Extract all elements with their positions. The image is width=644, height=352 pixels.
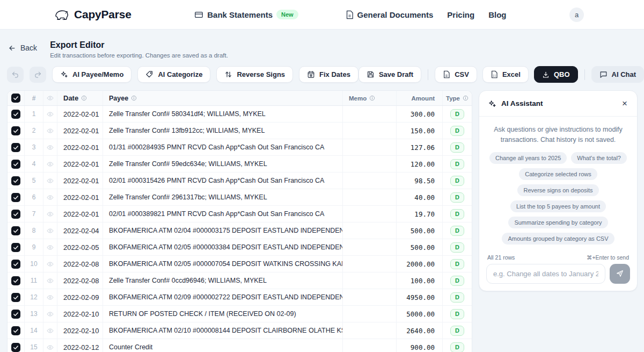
- suggestion-chip[interactable]: Categorize selected rows: [519, 168, 597, 180]
- amount-cell[interactable]: 500.00: [397, 239, 443, 255]
- amount-cell[interactable]: 500.00: [397, 222, 443, 239]
- row-checkbox[interactable]: [11, 276, 20, 285]
- suggestion-chip[interactable]: Reverse signs on deposits: [517, 184, 598, 196]
- type-badge[interactable]: D: [450, 309, 464, 319]
- amount-cell[interactable]: 4950.00: [397, 289, 443, 305]
- payee-cell[interactable]: Zelle Transfer Conf# 0ccd96946; WILLIAMS…: [103, 272, 343, 289]
- date-cell[interactable]: 2022-02-01: [57, 123, 103, 139]
- back-button[interactable]: Back: [7, 41, 38, 54]
- memo-cell[interactable]: [343, 289, 397, 305]
- col-header-payee[interactable]: Payee: [103, 91, 343, 105]
- eye-icon[interactable]: [47, 111, 54, 118]
- date-cell[interactable]: 2022-02-01: [57, 173, 103, 189]
- redo-button[interactable]: [30, 67, 46, 83]
- type-badge[interactable]: D: [450, 259, 464, 269]
- eye-icon[interactable]: [47, 344, 54, 351]
- date-cell[interactable]: 2022-02-08: [57, 256, 103, 272]
- amount-cell[interactable]: 300.00: [397, 106, 443, 122]
- row-checkbox[interactable]: [11, 193, 20, 202]
- suggestion-chip[interactable]: Change all years to 2025: [489, 152, 567, 164]
- ai-categorize-button[interactable]: AI Categorize: [137, 66, 210, 83]
- type-badge[interactable]: D: [450, 159, 464, 169]
- type-badge[interactable]: D: [450, 142, 464, 153]
- col-header-amount[interactable]: Amount: [397, 91, 443, 105]
- row-checkbox[interactable]: [11, 293, 20, 302]
- date-cell[interactable]: 2022-02-01: [57, 139, 103, 155]
- payee-cell[interactable]: BKOFAMERICA ATM 02/04 #000003175 DEPOSIT…: [103, 222, 343, 239]
- amount-cell[interactable]: 900.00: [397, 339, 443, 352]
- amount-cell[interactable]: 150.00: [397, 123, 443, 139]
- nav-item-pricing[interactable]: Pricing: [447, 10, 474, 19]
- nav-item-general-documents[interactable]: General Documents: [346, 10, 434, 19]
- row-checkbox[interactable]: [11, 326, 20, 335]
- eye-icon[interactable]: [47, 144, 54, 151]
- type-badge[interactable]: D: [450, 292, 464, 303]
- chat-input[interactable]: [486, 264, 605, 284]
- type-badge[interactable]: D: [450, 109, 464, 119]
- memo-cell[interactable]: [343, 306, 397, 322]
- type-badge[interactable]: D: [450, 226, 464, 236]
- save-draft-button[interactable]: Save Draft: [358, 66, 421, 83]
- type-badge[interactable]: D: [450, 176, 464, 186]
- row-checkbox[interactable]: [11, 160, 20, 169]
- memo-cell[interactable]: [343, 322, 397, 339]
- nav-item-blog[interactable]: Blog: [488, 10, 506, 19]
- date-cell[interactable]: 2022-02-10: [57, 306, 103, 322]
- memo-cell[interactable]: [343, 139, 397, 155]
- date-cell[interactable]: 2022-02-05: [57, 239, 103, 255]
- col-header-type[interactable]: Type: [443, 91, 472, 105]
- payee-cell[interactable]: 02/01 #000389821 PMNT RCVD Cash App*Cash…: [103, 206, 343, 222]
- type-badge[interactable]: D: [450, 342, 464, 352]
- type-badge[interactable]: D: [450, 242, 464, 253]
- memo-cell[interactable]: [343, 123, 397, 139]
- row-checkbox[interactable]: [11, 243, 20, 252]
- date-cell[interactable]: 2022-02-10: [57, 322, 103, 339]
- eye-icon[interactable]: [47, 327, 54, 334]
- payee-cell[interactable]: Zelle Transfer Conf# 59edc634e; WILLIAMS…: [103, 156, 343, 172]
- row-checkbox[interactable]: [11, 126, 20, 135]
- payee-cell[interactable]: RETURN OF POSTED CHECK / ITEM (RECEIVED …: [103, 306, 343, 322]
- row-checkbox[interactable]: [11, 226, 20, 235]
- export-qbo-button[interactable]: QBO: [534, 66, 578, 83]
- suggestion-chip[interactable]: What's the total?: [571, 152, 627, 164]
- brand-logo[interactable]: CapyParse: [54, 8, 131, 21]
- payee-cell[interactable]: BKOFAMERICA ATM 02/10 #000008144 DEPOSIT…: [103, 322, 343, 339]
- memo-cell[interactable]: [343, 206, 397, 222]
- date-cell[interactable]: 2022-02-01: [57, 206, 103, 222]
- type-badge[interactable]: D: [450, 192, 464, 203]
- amount-cell[interactable]: 40.00: [397, 189, 443, 205]
- amount-cell[interactable]: 120.00: [397, 156, 443, 172]
- date-cell[interactable]: 2022-02-04: [57, 222, 103, 239]
- avatar[interactable]: a: [569, 8, 584, 22]
- memo-cell[interactable]: [343, 106, 397, 122]
- amount-cell[interactable]: 2000.00: [397, 256, 443, 272]
- eye-icon[interactable]: [47, 261, 54, 268]
- memo-cell[interactable]: [343, 339, 397, 352]
- export-excel-button[interactable]: Excel: [482, 66, 529, 83]
- type-badge[interactable]: D: [450, 276, 464, 286]
- payee-cell[interactable]: Zelle Transfer Conf# 580341df4; WILLIAMS…: [103, 106, 343, 122]
- eye-icon[interactable]: [47, 244, 54, 251]
- memo-cell[interactable]: [343, 222, 397, 239]
- type-badge[interactable]: D: [450, 209, 464, 219]
- row-checkbox[interactable]: [11, 310, 20, 319]
- row-checkbox[interactable]: [11, 343, 20, 352]
- export-csv-button[interactable]: CSV: [435, 66, 477, 83]
- ai-payee-memo-button[interactable]: AI Payee/Memo: [52, 66, 131, 83]
- nav-item-bank-statements[interactable]: Bank Statements New: [194, 10, 298, 19]
- row-checkbox[interactable]: [11, 260, 20, 269]
- eye-icon[interactable]: [47, 277, 54, 284]
- amount-cell[interactable]: 19.70: [397, 206, 443, 222]
- amount-cell[interactable]: 2640.00: [397, 322, 443, 339]
- eye-icon[interactable]: [47, 227, 54, 234]
- memo-cell[interactable]: [343, 239, 397, 255]
- eye-icon[interactable]: [47, 127, 54, 134]
- payee-cell[interactable]: Counter Credit: [103, 339, 343, 352]
- memo-cell[interactable]: [343, 256, 397, 272]
- payee-cell[interactable]: BKOFAMERICA ATM 02/05 #000003384 DEPOSIT…: [103, 239, 343, 255]
- date-cell[interactable]: 2022-02-12: [57, 339, 103, 352]
- type-badge[interactable]: D: [450, 326, 464, 336]
- fix-dates-button[interactable]: Fix Dates: [299, 66, 358, 83]
- ai-chat-button[interactable]: AI Chat: [591, 66, 644, 83]
- undo-button[interactable]: [7, 67, 24, 83]
